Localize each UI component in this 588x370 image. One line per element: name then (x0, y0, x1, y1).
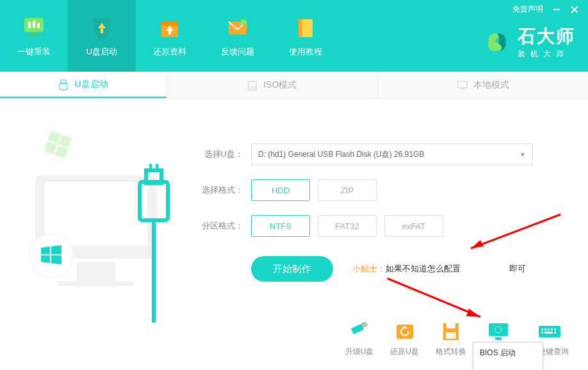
subtab-label: ISO模式 (263, 79, 297, 91)
row-action: 开始制作 小贴士：如果不知道怎么配置 即可 (199, 256, 557, 282)
label-format: 选择格式： (199, 184, 243, 196)
usb-up-icon (347, 321, 372, 342)
svg-rect-41 (495, 337, 502, 340)
svg-rect-50 (554, 332, 556, 334)
svg-rect-32 (54, 145, 68, 159)
svg-rect-27 (149, 164, 152, 170)
subtabs: U盘启动 ISO ISO模式 本地模式 (0, 72, 588, 99)
svg-rect-31 (44, 141, 57, 155)
brand-title: 石大师 (518, 24, 575, 49)
shield-icon (88, 14, 115, 41)
disk-select-value: D: (hd1) General USB Flash Disk (U盘) 26.… (258, 149, 424, 160)
subtab-usb[interactable]: U盘启动 (0, 72, 167, 98)
content: 选择U盘： D: (hd1) General USB Flash Disk (U… (0, 99, 588, 370)
svg-rect-4 (29, 33, 38, 35)
tip-body-a: 如果不知道怎么配置 (386, 264, 461, 273)
svg-rect-28 (156, 164, 158, 170)
tool-label: 还原U盘 (390, 346, 419, 357)
format-option-hdd[interactable]: HDD (251, 179, 310, 201)
label-select-disk: 选择U盘： (199, 149, 243, 160)
menu-item-uefi32[interactable]: UEFI 模拟(x32) (473, 364, 543, 370)
window-controls: 免责声明 (512, 4, 579, 15)
nav-label: 一键重装 (17, 46, 51, 58)
nav-label: 使用教程 (289, 46, 322, 58)
svg-rect-29 (48, 131, 61, 144)
subtab-local[interactable]: 本地模式 (378, 72, 589, 98)
nav-tutorial[interactable]: 使用教程 (272, 0, 339, 72)
svg-rect-10 (298, 19, 302, 37)
row-select-disk: 选择U盘： D: (hd1) General USB Flash Disk (U… (199, 143, 557, 165)
decorative-art (13, 118, 179, 297)
svg-rect-15 (60, 83, 67, 90)
usb-icon (58, 79, 69, 90)
nav-usb-boot[interactable]: U盘启动 (68, 0, 136, 72)
svg-rect-18 (458, 81, 467, 88)
svg-rect-22 (77, 262, 115, 281)
start-button[interactable]: 开始制作 (251, 256, 333, 282)
floppy-icon (438, 321, 464, 342)
subtab-iso[interactable]: ISO ISO模式 (167, 72, 378, 98)
tool-upgrade[interactable]: 升级U盘 (345, 321, 374, 357)
nav-restore[interactable]: 还原资料 (136, 0, 204, 72)
svg-rect-39 (489, 323, 508, 336)
nav: 一键重装 U盘启动 还原资料 反馈问题 使用教程 (0, 0, 339, 72)
svg-text:ISO: ISO (250, 86, 257, 90)
svg-rect-47 (554, 328, 556, 330)
box-up-icon (156, 14, 183, 41)
close-button[interactable] (570, 5, 579, 14)
svg-rect-23 (58, 281, 135, 286)
tool-convert[interactable]: 格式转换 (436, 321, 466, 357)
row-partition: 分区格式： NTFS FAT32 exFAT (199, 215, 557, 237)
header: 一键重装 U盘启动 还原资料 反馈问题 使用教程 免责声明 (0, 0, 588, 72)
tool-label: 升级U盘 (345, 346, 374, 357)
tool-restore[interactable]: 还原U盘 (390, 321, 419, 357)
svg-rect-38 (446, 332, 456, 339)
svg-rect-45 (548, 328, 550, 330)
svg-rect-2 (33, 20, 35, 28)
format-option-zip[interactable]: ZIP (318, 179, 377, 201)
svg-rect-49 (544, 332, 553, 334)
tip-text: 小贴士：如果不知道怎么配置 即可 (352, 263, 526, 275)
simulate-boot-menu: BIOS 启动 UEFI 模拟(x32) UEFI 模拟(x64) (473, 342, 543, 370)
disk-select[interactable]: D: (hd1) General USB Flash Disk (U盘) 26.… (251, 143, 533, 165)
svg-rect-14 (61, 80, 66, 83)
book-icon (292, 14, 319, 41)
nav-feedback[interactable]: 反馈问题 (204, 0, 272, 72)
tip-prefix: 小贴士： (352, 264, 386, 273)
restore-icon (392, 321, 418, 342)
form: 选择U盘： D: (hd1) General USB Flash Disk (U… (199, 143, 557, 296)
monitor-icon (20, 14, 47, 41)
tool-label: 格式转换 (436, 346, 466, 357)
svg-rect-30 (58, 134, 72, 148)
menu-item-bios[interactable]: BIOS 启动 (473, 342, 543, 364)
row-format: 选择格式： HDD ZIP (199, 179, 557, 201)
svg-rect-6 (161, 22, 178, 26)
nav-label: U盘启动 (86, 46, 117, 58)
subtab-label: 本地模式 (473, 79, 509, 91)
brand: 石大师 装机大师 (482, 24, 575, 60)
svg-rect-48 (541, 332, 543, 334)
svg-rect-37 (446, 323, 455, 328)
minimize-button[interactable] (552, 5, 561, 14)
brand-subtitle: 装机大师 (518, 49, 575, 60)
nav-label: 反馈问题 (221, 46, 254, 58)
monitor-gear-icon (486, 321, 511, 342)
disclaimer-link[interactable]: 免责声明 (512, 4, 543, 15)
partition-option-ntfs[interactable]: NTFS (251, 215, 310, 237)
svg-point-8 (240, 19, 247, 26)
partition-option-fat32[interactable]: FAT32 (318, 215, 377, 237)
label-partition: 分区格式： (199, 220, 243, 232)
chevron-down-icon: ▼ (519, 151, 526, 158)
tip-body-b: 即可 (509, 264, 526, 273)
nav-reinstall[interactable]: 一键重装 (0, 0, 68, 72)
keyboard-icon (537, 321, 562, 342)
nav-label: 还原资料 (153, 46, 186, 58)
svg-rect-46 (551, 328, 553, 330)
svg-rect-3 (37, 23, 40, 28)
iso-icon: ISO (247, 79, 258, 91)
subtab-label: U盘启动 (74, 79, 108, 90)
partition-option-exfat[interactable]: exFAT (384, 215, 443, 237)
mail-icon (224, 14, 251, 41)
brand-logo-icon (482, 27, 512, 58)
svg-rect-1 (28, 22, 31, 28)
